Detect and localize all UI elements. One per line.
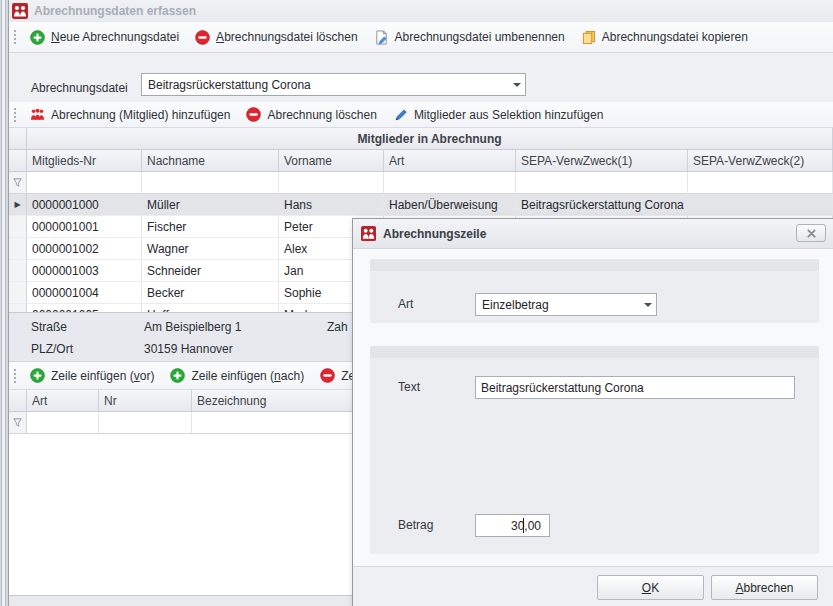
indicator-header-cell: [9, 150, 27, 172]
ok-button[interactable]: OK: [597, 575, 704, 600]
filter-row-indicator: [9, 172, 27, 194]
insert-line-before-button[interactable]: Zeile einfügen (vor): [27, 366, 157, 385]
billing-file-value: Beitragsrückerstattung Corona: [142, 78, 509, 92]
filter-funnel-icon: [12, 177, 23, 188]
toolbar-grip[interactable]: [13, 107, 17, 123]
column-header-sepa1[interactable]: SEPA-VerwZweck(1): [516, 150, 688, 172]
remove-circle-icon: [246, 107, 261, 122]
add-circle-icon: [170, 368, 185, 383]
file-select-label: Abrechnungsdatei: [31, 81, 128, 95]
plzort-value: 30159 Hannover: [144, 342, 233, 356]
add-circle-icon: [30, 30, 45, 45]
dialog-title: Abrechnungszeile: [383, 227, 486, 241]
cancel-button[interactable]: Abbrechen: [711, 575, 818, 600]
art-combobox[interactable]: Einzelbetrag: [475, 293, 657, 316]
window-title: Abrechnungsdaten erfassen: [34, 4, 196, 18]
file-toolbar: Neue Abrechnungsdatei Abrechnungsdatei l…: [9, 22, 833, 53]
abrechnungszeile-dialog: Abrechnungszeile Art Einzelbetrag Text B…: [352, 218, 833, 606]
text-input[interactable]: [475, 376, 795, 399]
filter-cell[interactable]: [27, 412, 99, 434]
close-icon: [807, 229, 816, 238]
column-header-nachname[interactable]: Nachname: [142, 150, 279, 172]
member-toolbar: Abrechnung (Mitglied) hinzufügen Abrechn…: [9, 102, 833, 128]
chevron-down-icon[interactable]: [640, 294, 656, 315]
indicator-header-cell: [9, 128, 27, 150]
filter-cell[interactable]: [516, 172, 688, 194]
toolbar-grip[interactable]: [13, 368, 17, 384]
billing-file-combobox[interactable]: Beitragsrückerstattung Corona: [141, 73, 526, 96]
filter-row-indicator: [9, 412, 27, 434]
filter-cell[interactable]: [279, 172, 384, 194]
dialog-footer: OK Abbrechen: [353, 566, 833, 606]
text-cursor: [523, 518, 524, 533]
members-filter-row: [9, 172, 833, 194]
delete-file-button[interactable]: Abrechnungsdatei löschen: [192, 28, 360, 47]
filter-cell[interactable]: [27, 172, 142, 194]
strasse-value: Am Beispielberg 1: [144, 320, 241, 334]
art-label: Art: [398, 297, 413, 311]
filter-cell[interactable]: [384, 172, 516, 194]
indicator-header-cell: [9, 390, 27, 412]
band-title: Mitglieder in Abrechnung: [27, 128, 833, 150]
filter-cell[interactable]: [99, 412, 192, 434]
remove-circle-icon: [320, 368, 335, 383]
plzort-label: PLZ/Ort: [31, 342, 73, 356]
filter-cell[interactable]: [688, 172, 833, 194]
file-select-row: Abrechnungsdatei Beitragsrückerstattung …: [9, 53, 833, 102]
screen: Abrechnungsdaten erfassen Neue Abrechnun…: [0, 0, 833, 606]
app-icon: [361, 226, 376, 241]
close-button[interactable]: [796, 224, 826, 242]
copy-icon: [581, 30, 596, 45]
betrag-input[interactable]: [475, 514, 550, 537]
dialog-titlebar[interactable]: Abrechnungszeile: [353, 219, 833, 249]
strasse-label: Straße: [31, 320, 67, 334]
table-row[interactable]: ▶ 0000001000 Müller Hans Haben/Überweisu…: [9, 194, 833, 216]
members-grid-header: Mitglieds-Nr Nachname Vorname Art SEPA-V…: [9, 150, 833, 172]
column-header-art[interactable]: Art: [27, 390, 99, 412]
remove-circle-icon: [195, 30, 210, 45]
add-member-billing-button[interactable]: Abrechnung (Mitglied) hinzufügen: [27, 105, 233, 124]
main-titlebar[interactable]: Abrechnungsdaten erfassen: [9, 0, 833, 22]
betrag-label: Betrag: [398, 518, 433, 532]
column-header-art[interactable]: Art: [384, 150, 516, 172]
toolbar-grip[interactable]: [13, 29, 17, 45]
art-value: Einzelbetrag: [476, 298, 640, 312]
people-red-icon: [30, 107, 45, 122]
selected-row-arrow-icon: ▶: [14, 201, 20, 209]
insert-line-after-button[interactable]: Zeile einfügen (nach): [167, 366, 307, 385]
column-header-sepa2[interactable]: SEPA-VerwZweck(2): [688, 150, 833, 172]
rename-icon: [374, 30, 389, 45]
copy-file-button[interactable]: Abrechnungsdatei kopieren: [578, 28, 751, 47]
add-members-from-selection-button[interactable]: Mitglieder aus Selektion hinzufügen: [390, 105, 606, 124]
text-label: Text: [398, 380, 420, 394]
app-icon: [12, 3, 28, 19]
column-header-vorname[interactable]: Vorname: [279, 150, 384, 172]
column-header-nr[interactable]: Nr: [99, 390, 192, 412]
new-file-button[interactable]: Neue Abrechnungsdatei: [27, 28, 182, 47]
pen-blue-icon: [393, 107, 408, 122]
members-grid-band: Mitglieder in Abrechnung: [9, 128, 833, 150]
rename-file-button[interactable]: Abrechnungsdatei umbenennen: [371, 28, 568, 47]
chevron-down-icon[interactable]: [509, 74, 525, 95]
filter-funnel-icon: [12, 417, 23, 428]
delete-member-billing-button[interactable]: Abrechnung löschen: [243, 105, 379, 124]
background-window-edge: [1, 0, 6, 606]
column-header-mitglieds-nr[interactable]: Mitglieds-Nr: [27, 150, 142, 172]
truncated-label: Zah: [327, 320, 348, 334]
filter-cell[interactable]: [142, 172, 279, 194]
add-circle-icon: [30, 368, 45, 383]
